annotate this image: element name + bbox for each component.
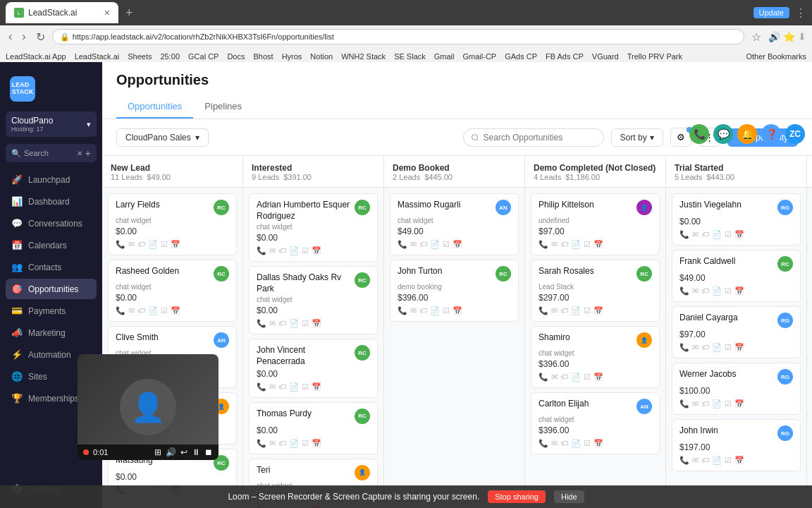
card-check-icon[interactable]: ☑ bbox=[725, 399, 732, 409]
card-phone-icon[interactable]: 📞 bbox=[257, 319, 266, 328]
sidebar-search-add[interactable]: + bbox=[85, 147, 91, 159]
card-message-icon[interactable]: ✉ bbox=[551, 373, 558, 382]
bookmark-fb-ads[interactable]: FB Ads CP bbox=[546, 52, 584, 61]
card-tag-icon[interactable]: 🏷 bbox=[560, 306, 568, 315]
card-john-turton[interactable]: John Turton RC demo booking $396.00 📞 ✉ … bbox=[390, 260, 519, 322]
card-message-icon[interactable]: ✉ bbox=[128, 306, 135, 315]
pipeline-filter[interactable]: CloudPano Sales ▾ bbox=[116, 128, 209, 147]
stop-sharing-button[interactable]: Stop sharing bbox=[488, 490, 546, 503]
card-calendar-icon[interactable]: 📅 bbox=[453, 306, 462, 315]
card-message-icon[interactable]: ✉ bbox=[692, 399, 699, 409]
card-check-icon[interactable]: ☑ bbox=[302, 382, 309, 392]
bookmark-vguard[interactable]: VGuard bbox=[592, 52, 619, 61]
card-phone-icon[interactable]: 📞 bbox=[116, 240, 125, 249]
bookmark-wnh2[interactable]: WNH2 Stack bbox=[341, 52, 386, 61]
bookmark-gcal[interactable]: GCal CP bbox=[188, 52, 219, 61]
bookmark-leadstack-app[interactable]: LeadStack.ai App bbox=[6, 52, 66, 61]
bookmark-other[interactable]: Other Bookmarks bbox=[746, 52, 806, 61]
card-calendar-icon[interactable]: 📅 bbox=[734, 456, 744, 465]
card-adrian-humberto-esquer-rodriguez[interactable]: Adrian Humberto Esquer Rodriguez RC chat… bbox=[249, 193, 378, 262]
bookmark-leadstack[interactable]: LeadStack.ai bbox=[75, 52, 120, 61]
forward-button[interactable]: › bbox=[19, 30, 28, 43]
card-doc-icon[interactable]: 📄 bbox=[430, 240, 440, 249]
sidebar-item-dashboard[interactable]: 📊 Dashboard bbox=[6, 191, 97, 212]
card-doc-icon[interactable]: 📄 bbox=[289, 246, 299, 255]
card-calendar-icon[interactable]: 📅 bbox=[593, 439, 603, 448]
update-button[interactable]: Update bbox=[753, 7, 789, 18]
card-tag-icon[interactable]: 🏷 bbox=[278, 319, 286, 328]
card-phone-icon[interactable]: 📞 bbox=[539, 439, 548, 448]
card-doc-icon[interactable]: 📄 bbox=[712, 230, 722, 239]
card-calendar-icon[interactable]: 📅 bbox=[171, 240, 180, 249]
video-pause-icon[interactable]: ⏸ bbox=[192, 447, 200, 457]
card-check-icon[interactable]: ☑ bbox=[161, 306, 168, 315]
card-message-icon[interactable]: ✉ bbox=[692, 343, 699, 352]
card-tag-icon[interactable]: 🏷 bbox=[278, 382, 286, 392]
card-tag-icon[interactable]: 🏷 bbox=[278, 439, 286, 448]
card-check-icon[interactable]: ☑ bbox=[725, 286, 732, 296]
search-input[interactable] bbox=[463, 128, 604, 147]
card-tag-icon[interactable]: 🏷 bbox=[278, 246, 286, 255]
new-tab-button[interactable]: + bbox=[121, 6, 137, 20]
card-message-icon[interactable]: ✉ bbox=[692, 456, 699, 465]
card-message-icon[interactable]: ✉ bbox=[269, 246, 276, 255]
bookmark-timer[interactable]: 25:00 bbox=[160, 52, 180, 61]
card-check-icon[interactable]: ☑ bbox=[584, 306, 591, 315]
card-doc-icon[interactable]: 📄 bbox=[289, 319, 299, 328]
card-calendar-icon[interactable]: 📅 bbox=[734, 399, 744, 409]
sidebar-item-payments[interactable]: 💳 Payments bbox=[6, 301, 97, 321]
user-avatar[interactable]: ZC bbox=[785, 124, 805, 144]
tab-close-icon[interactable]: × bbox=[104, 7, 110, 18]
card-doc-icon[interactable]: 📄 bbox=[571, 373, 581, 382]
card-tag-icon[interactable]: 🏷 bbox=[137, 306, 145, 315]
sidebar-item-conversations[interactable]: 💬 Conversations bbox=[6, 213, 97, 234]
card-check-icon[interactable]: ☑ bbox=[302, 319, 309, 328]
card-message-icon[interactable]: ✉ bbox=[128, 240, 135, 249]
card-check-icon[interactable]: ☑ bbox=[725, 343, 732, 352]
card-phone-icon[interactable]: 📞 bbox=[539, 373, 548, 382]
bookmark-sheets[interactable]: Sheets bbox=[128, 52, 152, 61]
sidebar-item-launchpad[interactable]: 🚀 Launchpad bbox=[6, 169, 97, 190]
bookmark-docs[interactable]: Docs bbox=[227, 52, 245, 61]
card-message-icon[interactable]: ✉ bbox=[692, 286, 699, 296]
card-tag-icon[interactable]: 🏷 bbox=[137, 240, 145, 249]
bookmark-gmail-cp[interactable]: Gmail-CP bbox=[463, 52, 497, 61]
card-tag-icon[interactable]: 🏷 bbox=[560, 240, 568, 249]
card-calendar-icon[interactable]: 📅 bbox=[453, 240, 462, 249]
card-calendar-icon[interactable]: 📅 bbox=[734, 230, 744, 239]
sidebar-item-calendars[interactable]: 📅 Calendars bbox=[6, 235, 97, 255]
card-phone-icon[interactable]: 📞 bbox=[398, 240, 407, 249]
card-tag-icon[interactable]: 🏷 bbox=[419, 306, 427, 315]
card-calendar-icon[interactable]: 📅 bbox=[171, 306, 180, 315]
card-tag-icon[interactable]: 🏷 bbox=[701, 456, 709, 465]
back-button[interactable]: ‹ bbox=[6, 30, 15, 43]
card-doc-icon[interactable]: 📄 bbox=[289, 439, 299, 448]
card-phone-icon[interactable]: 📞 bbox=[116, 306, 125, 315]
card-phone-icon[interactable]: 📞 bbox=[679, 399, 689, 409]
card-message-icon[interactable]: ✉ bbox=[269, 382, 276, 392]
card-calendar-icon[interactable]: 📅 bbox=[593, 373, 603, 382]
card-doc-icon[interactable]: 📄 bbox=[430, 306, 440, 315]
bookmark-se-slack[interactable]: SE Slack bbox=[394, 52, 426, 61]
card-phone-icon[interactable]: 📞 bbox=[539, 306, 548, 315]
sidebar-item-contacts[interactable]: 👥 Contacts bbox=[6, 257, 97, 277]
card-tag-icon[interactable]: 🏷 bbox=[701, 399, 709, 409]
browser-tab[interactable]: L LeadStack.ai × bbox=[6, 2, 118, 23]
card-calendar-icon[interactable]: 📅 bbox=[312, 439, 321, 448]
card-daniel-cayarga[interactable]: Daniel Cayarga RG $97.00 📞 ✉ 🏷 📄 ☑ 📅 bbox=[672, 306, 801, 358]
card-calendar-icon[interactable]: 📅 bbox=[593, 306, 603, 315]
card-tag-icon[interactable]: 🏷 bbox=[560, 373, 568, 382]
card-calendar-icon[interactable]: 📅 bbox=[593, 240, 603, 249]
card-check-icon[interactable]: ☑ bbox=[161, 240, 168, 249]
sidebar-search-clear[interactable]: ✕ bbox=[77, 150, 82, 157]
card-check-icon[interactable]: ☑ bbox=[443, 306, 450, 315]
card-thomas-purdy[interactable]: Thomas Purdy RC $0.00 📞 ✉ 🏷 📄 ☑ 📅 bbox=[249, 402, 378, 454]
card-tag-icon[interactable]: 🏷 bbox=[701, 343, 709, 352]
card-massimo-rugarli[interactable]: Massimo Rugarli AN chat widget $49.00 📞 … bbox=[390, 193, 519, 255]
card-phone-icon[interactable]: 📞 bbox=[679, 456, 689, 465]
sort-button[interactable]: Sort by ▾ bbox=[611, 128, 663, 147]
card-message-icon[interactable]: ✉ bbox=[410, 240, 417, 249]
card-john-irwin[interactable]: John Irwin RG $197.00 📞 ✉ 🏷 📄 ☑ 📅 bbox=[672, 419, 801, 471]
card-frank-caldwell[interactable]: Frank Caldwell RC $49.00 📞 ✉ 🏷 📄 ☑ 📅 bbox=[672, 250, 801, 302]
tab-pipelines[interactable]: Pipelines bbox=[193, 95, 253, 119]
